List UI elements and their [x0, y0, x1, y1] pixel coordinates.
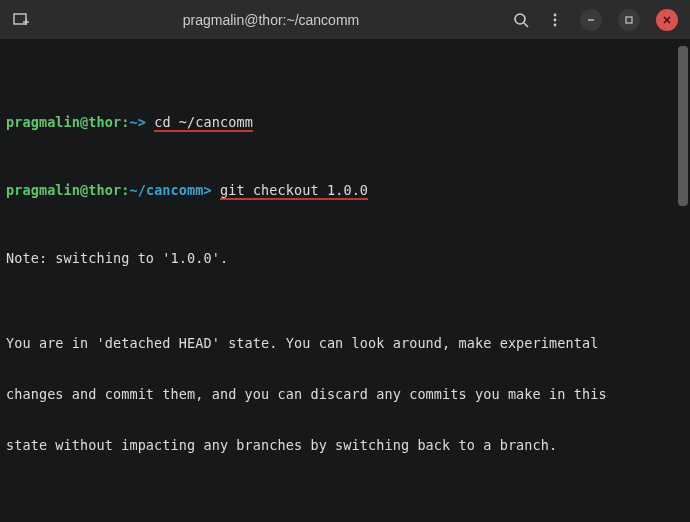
- svg-point-7: [554, 23, 557, 26]
- titlebar: pragmalin@thor:~/cancomm: [0, 0, 690, 40]
- output-detached-3: state without impacting any branches by …: [6, 437, 684, 454]
- search-icon[interactable]: [512, 11, 530, 29]
- output-detached-1: You are in 'detached HEAD' state. You ca…: [6, 335, 684, 352]
- prompt-line-1: pragmalin@thor:~> cd ~/cancomm: [6, 114, 684, 131]
- prompt-gt: >: [204, 182, 212, 198]
- prompt-line-2: pragmalin@thor:~/cancomm> git checkout 1…: [6, 182, 684, 199]
- scrollbar-thumb[interactable]: [678, 46, 688, 206]
- svg-point-5: [554, 13, 557, 16]
- svg-point-3: [515, 14, 525, 24]
- prompt-path-home: ~: [129, 114, 137, 130]
- close-button[interactable]: [656, 9, 678, 31]
- svg-rect-9: [626, 17, 632, 23]
- prompt-host: thor: [88, 114, 121, 130]
- output-note: Note: switching to '1.0.0'.: [6, 250, 684, 267]
- prompt-path-cwd: ~/cancomm: [129, 182, 203, 198]
- maximize-button[interactable]: [618, 9, 640, 31]
- window-title: pragmalin@thor:~/cancomm: [30, 12, 512, 28]
- prompt-user: pragmalin: [6, 182, 80, 198]
- titlebar-left: [12, 11, 30, 29]
- prompt-gt: >: [138, 114, 146, 130]
- cmd-cd: cd ~/cancomm: [154, 114, 253, 132]
- prompt-host: thor: [88, 182, 121, 198]
- svg-line-4: [524, 23, 528, 27]
- prompt-user: pragmalin: [6, 114, 80, 130]
- new-tab-icon[interactable]: [12, 11, 30, 29]
- svg-point-6: [554, 18, 557, 21]
- menu-icon[interactable]: [546, 11, 564, 29]
- output-blank: [6, 488, 684, 505]
- minimize-button[interactable]: [580, 9, 602, 31]
- terminal-area[interactable]: pragmalin@thor:~> cd ~/cancomm pragmalin…: [0, 40, 690, 522]
- output-detached-2: changes and commit them, and you can dis…: [6, 386, 684, 403]
- titlebar-right: [512, 9, 678, 31]
- cmd-checkout-tag: git checkout 1.0.0: [220, 182, 368, 200]
